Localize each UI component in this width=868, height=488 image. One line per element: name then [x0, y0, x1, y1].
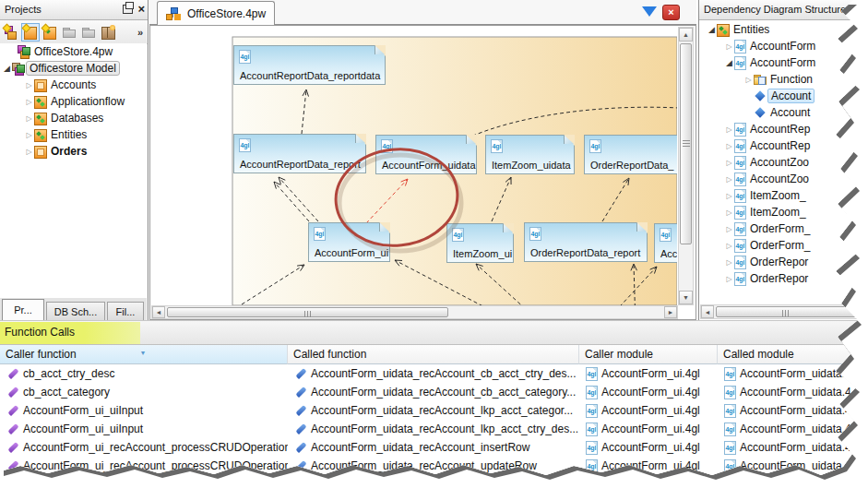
collapsed-expander-icon[interactable]: ▷ — [24, 131, 34, 139]
scroll-left-icon[interactable]: ◄ — [152, 306, 165, 318]
diagram-node-itemzoom-ui[interactable]: ItemZoom_ui — [446, 223, 514, 263]
collapsed-expander-icon[interactable]: ▷ — [724, 225, 734, 233]
diagram-node-accountreportdata-reportdata[interactable]: AccountReportData_reportdata — [233, 45, 386, 85]
tree-item-officestore-4pw[interactable]: OfficeStore.4pw — [0, 43, 147, 60]
scroll-down-icon[interactable]: ▼ — [679, 291, 693, 304]
toolbar-button-new-project-cubes[interactable] — [2, 23, 20, 42]
diagram-viewport[interactable]: AccountReportData_reportdataAccountRepor… — [151, 27, 677, 305]
tree-item-applicationflow[interactable]: ▷Applicationflow — [0, 93, 147, 110]
collapsed-expander-icon[interactable]: ▷ — [724, 208, 734, 217]
scroll-left-icon[interactable]: ◄ — [701, 305, 714, 318]
table-row[interactable]: cb_acct_categoryAccountForm_uidata_recAc… — [0, 383, 868, 401]
cell-text: cb_acct_ctry_desc — [23, 367, 114, 380]
tab-officestore-4pw[interactable]: OfficeStore.4pw — [157, 1, 275, 25]
toolbar-button-new-item-orange-active[interactable] — [21, 23, 40, 42]
collapsed-expander-icon[interactable]: ▷ — [24, 98, 34, 106]
diagram-node-accountform-uidata[interactable]: AccountForm_uidata — [375, 135, 477, 174]
cell-text: AccountForm_ui.4gl — [601, 423, 700, 435]
diagram-node-itemzoom-uidata[interactable]: ItemZoom_uidata — [485, 135, 575, 174]
column-header-caller-function[interactable]: Caller function▼ — [0, 345, 288, 364]
tree-item-officestore-model[interactable]: ◢Officestore Model — [0, 60, 147, 77]
tree-item-label-wrap: Accounts — [51, 78, 96, 91]
diagram-vscrollbar[interactable]: ▲ ▼ — [678, 27, 694, 305]
filter-triangle-icon[interactable] — [642, 6, 657, 17]
tree-item-label-wrap: Entities — [51, 128, 87, 141]
close-diagram-button[interactable]: × — [662, 5, 680, 20]
pen-purple-icon — [6, 367, 19, 380]
collapsed-expander-icon[interactable]: ▷ — [24, 114, 34, 123]
close-panel-icon[interactable]: × — [137, 3, 145, 15]
tree-item-accountrep[interactable]: ▷AccountRep — [699, 137, 868, 154]
tree-item-label-wrap: Orders — [51, 145, 87, 158]
collapsed-expander-icon[interactable]: ▷ — [724, 175, 734, 184]
collapsed-expander-icon[interactable]: ▷ — [724, 275, 734, 283]
cell-called: AccountForm_uidata_recAccount_updateRow — [288, 459, 579, 472]
cell-text: AccountForm_ui.4gl — [601, 404, 700, 417]
column-header-called-function[interactable]: Called function — [288, 345, 579, 364]
collapsed-expander-icon[interactable]: ▷ — [724, 125, 734, 134]
diagram-node-orderreportdata-report[interactable]: OrderReportData_report — [524, 222, 648, 262]
function-calls-tab-label: Function Calls — [5, 326, 75, 339]
cell-caller_module: AccountForm_ui.4gl — [579, 386, 718, 399]
table-row[interactable]: cb_acct_ctry_descAccountForm_uidata_recA… — [0, 364, 868, 383]
diagram-node-orderreportdata[interactable]: OrderReportData_ — [584, 135, 677, 174]
table-row[interactable]: AccountForm_ui_uiInputAccountForm_uidata… — [0, 401, 868, 420]
collapsed-expander-icon[interactable]: ▷ — [724, 258, 734, 267]
collapsed-expander-icon[interactable]: ▷ — [724, 242, 734, 250]
tree-item-accounts[interactable]: ▷Accounts — [0, 77, 147, 93]
hscroll-thumb[interactable] — [716, 306, 856, 317]
hscroll-thumb[interactable] — [167, 307, 448, 317]
4gl-icon — [734, 222, 746, 236]
diagram-node-accountform-ui[interactable]: AccountForm_ui — [308, 222, 390, 262]
projects-tree: OfficeStore.4pw◢Officestore Model▷Accoun… — [0, 43, 147, 298]
expanded-expander-icon[interactable]: ◢ — [2, 64, 12, 73]
collapsed-expander-icon[interactable]: ▷ — [24, 81, 34, 89]
expanded-expander-icon[interactable]: ◢ — [707, 25, 717, 34]
tree-item-label-wrap: OrderForm_ — [750, 222, 810, 235]
tree-item-function[interactable]: ▷Function — [699, 71, 868, 88]
table-row[interactable]: AccountForm_ui_uiInputAccountForm_uidata… — [0, 420, 868, 438]
table-row[interactable]: AccountForm_ui_recAccount_processCRUDOpe… — [0, 438, 868, 457]
collapsed-expander-icon[interactable]: ▷ — [24, 148, 34, 156]
collapsed-expander-icon[interactable]: ▷ — [724, 142, 734, 150]
toolbar-button-package-globe[interactable] — [99, 23, 117, 42]
model-cubes-icon — [12, 62, 25, 75]
collapsed-expander-icon[interactable]: ▷ — [724, 42, 734, 51]
tree-item-label-wrap: AccountZoo — [750, 156, 809, 169]
diagram-hscrollbar[interactable]: ◄ ► — [151, 305, 678, 319]
toolbar-button-open-folder-disabled[interactable] — [60, 23, 78, 42]
cell-caller_module: AccountForm_ui.4gl — [579, 367, 718, 381]
tree-item-accountzoo[interactable]: ▷AccountZoo — [699, 171, 868, 187]
expanded-expander-icon[interactable]: ◢ — [724, 58, 734, 67]
toolbar-overflow-icon[interactable]: » — [137, 27, 146, 38]
function-calls-tab[interactable]: Function Calls — [0, 322, 140, 344]
diagram-node-accountreportdata-report[interactable]: AccountReportData_report — [233, 134, 366, 173]
vscroll-thumb[interactable] — [680, 43, 692, 244]
collapsed-expander-icon[interactable]: ▷ — [743, 76, 754, 84]
scroll-up-icon[interactable]: ▲ — [679, 28, 693, 42]
scroll-right-icon[interactable]: ► — [664, 306, 677, 318]
4gl-file-icon — [239, 50, 251, 64]
diagram-node-acc[interactable]: Acc — [654, 223, 677, 263]
structure-hscrollbar[interactable]: ◄ — [700, 304, 867, 319]
collapsed-expander-icon[interactable]: ▷ — [724, 192, 734, 200]
tree-item-label-wrap: Function — [770, 73, 813, 86]
tree-item-orders[interactable]: ▷Orders — [0, 143, 147, 160]
toolbar-button-open-folder2-disabled[interactable] — [79, 23, 98, 42]
panel-tab-fil[interactable]: Fil... — [107, 302, 144, 320]
tree-item-databases[interactable]: ▷Databases — [0, 110, 147, 126]
cell-caller_module: AccountForm_ui.4gl — [579, 404, 718, 418]
tree-item-account[interactable]: Account — [699, 104, 868, 121]
collapsed-expander-icon[interactable]: ▷ — [724, 159, 734, 167]
cell-called: AccountForm_uidata_recAccount_cb_acct_ca… — [288, 386, 579, 399]
diagram-node-label: AccountReportData_reportdata — [240, 70, 380, 81]
toolbar-button-new-entity-orange[interactable] — [41, 23, 59, 42]
new-entity-orange-icon — [43, 26, 56, 39]
column-header-caller-module[interactable]: Caller module — [579, 345, 718, 364]
pen-blue-icon — [294, 386, 307, 399]
panel-tab-pr[interactable]: Pr... — [2, 299, 44, 320]
tree-item-entities[interactable]: ▷Entities — [0, 126, 147, 143]
panel-tab-db-sch[interactable]: DB Sch... — [46, 302, 105, 320]
float-window-icon[interactable] — [123, 5, 133, 14]
open-folder-disabled-icon — [63, 26, 76, 39]
